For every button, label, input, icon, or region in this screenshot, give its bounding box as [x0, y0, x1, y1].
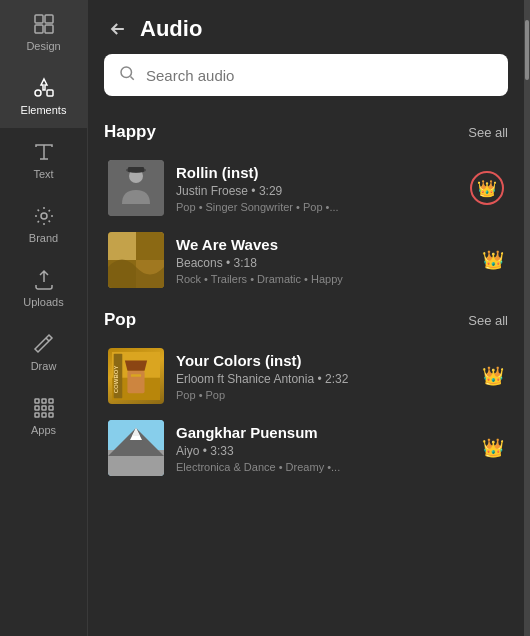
track-info-gangkhar: Gangkhar Puensum Aiyo • 3:33 Electronica…: [176, 424, 470, 473]
pop-section-header: Pop See all: [104, 310, 508, 330]
sidebar: Design Elements Text Brand: [0, 0, 88, 636]
audio-header: Audio: [88, 0, 524, 54]
track-thumb-cowboy: COWBOY: [108, 348, 164, 404]
track-thumb-mountain: [108, 420, 164, 476]
sidebar-item-label: Design: [26, 40, 60, 52]
happy-section-header: Happy See all: [104, 122, 508, 142]
svg-rect-13: [42, 406, 46, 410]
page-title: Audio: [140, 16, 202, 42]
scroll-area[interactable]: Happy See all Rollin (inst) Justin: [88, 108, 524, 636]
crown-badge: 👑: [482, 249, 504, 271]
text-icon: [32, 140, 56, 164]
svg-rect-9: [35, 399, 39, 403]
track-thumb-waves: [108, 232, 164, 288]
sidebar-item-draw[interactable]: Draw: [0, 320, 87, 384]
happy-see-all[interactable]: See all: [468, 125, 508, 140]
track-name: We Are Waves: [176, 236, 470, 253]
track-artist: Erloom ft Shanice Antonia • 2:32: [176, 372, 470, 386]
sidebar-item-text[interactable]: Text: [0, 128, 87, 192]
draw-icon: [32, 332, 56, 356]
track-artist: Justin Froese • 3:29: [176, 184, 458, 198]
sidebar-item-label: Text: [33, 168, 53, 180]
svg-rect-0: [35, 15, 43, 23]
svg-rect-30: [127, 371, 144, 393]
search-bar[interactable]: [104, 54, 508, 96]
track-name: Your Colors (inst): [176, 352, 470, 369]
crown-badge: 👑: [482, 437, 504, 459]
sidebar-item-label: Brand: [29, 232, 58, 244]
apps-icon: [32, 396, 56, 420]
svg-rect-22: [128, 167, 144, 172]
track-name: Rollin (inst): [176, 164, 458, 181]
track-artist: Beacons • 3:18: [176, 256, 470, 270]
pop-see-all[interactable]: See all: [468, 313, 508, 328]
sidebar-item-label: Apps: [31, 424, 56, 436]
uploads-icon: [32, 268, 56, 292]
scrollbar[interactable]: [524, 0, 530, 636]
sidebar-item-uploads[interactable]: Uploads: [0, 256, 87, 320]
svg-rect-12: [35, 406, 39, 410]
svg-rect-1: [45, 15, 53, 23]
sidebar-item-design[interactable]: Design: [0, 0, 87, 64]
svg-rect-14: [49, 406, 53, 410]
svg-rect-16: [42, 413, 46, 417]
track-thumb-rollin: [108, 160, 164, 216]
sidebar-item-label: Elements: [21, 104, 67, 116]
track-tags: Pop • Singer Songwriter • Pop •...: [176, 201, 458, 213]
happy-section-title: Happy: [104, 122, 156, 142]
back-button[interactable]: [108, 19, 128, 39]
main-panel: Audio Happy See all: [88, 0, 524, 636]
design-icon: [32, 12, 56, 36]
sidebar-item-label: Uploads: [23, 296, 63, 308]
sidebar-item-brand[interactable]: Brand: [0, 192, 87, 256]
brand-icon: [32, 204, 56, 228]
track-item-rollin[interactable]: Rollin (inst) Justin Froese • 3:29 Pop •…: [104, 152, 508, 224]
sidebar-item-elements[interactable]: Elements: [0, 64, 87, 128]
track-item-waves[interactable]: We Are Waves Beacons • 3:18 Rock • Trail…: [104, 224, 508, 296]
track-item-yourcolors[interactable]: COWBOY Your Colors (inst) Erloom ft Shan…: [104, 340, 508, 412]
track-info-rollin: Rollin (inst) Justin Froese • 3:29 Pop •…: [176, 164, 458, 213]
pop-section-title: Pop: [104, 310, 136, 330]
svg-rect-3: [45, 25, 53, 33]
track-artist: Aiyo • 3:33: [176, 444, 470, 458]
svg-rect-15: [35, 413, 39, 417]
scrollbar-thumb: [525, 20, 529, 80]
track-info-waves: We Are Waves Beacons • 3:18 Rock • Trail…: [176, 236, 470, 285]
crown-badge: 👑: [482, 365, 504, 387]
track-tags: Pop • Pop: [176, 389, 470, 401]
track-tags: Electronica & Dance • Dreamy •...: [176, 461, 470, 473]
track-tags: Rock • Trailers • Dramatic • Happy: [176, 273, 470, 285]
svg-rect-10: [42, 399, 46, 403]
crown-circled-badge: 👑: [470, 171, 504, 205]
svg-point-18: [121, 67, 132, 78]
svg-rect-5: [47, 90, 53, 96]
search-icon: [118, 64, 136, 86]
svg-rect-2: [35, 25, 43, 33]
search-input[interactable]: [146, 67, 494, 84]
svg-point-8: [41, 213, 47, 219]
sidebar-item-label: Draw: [31, 360, 57, 372]
svg-text:COWBOY: COWBOY: [113, 366, 119, 394]
sidebar-item-apps[interactable]: Apps: [0, 384, 87, 448]
track-item-gangkhar[interactable]: Gangkhar Puensum Aiyo • 3:33 Electronica…: [104, 412, 508, 484]
svg-rect-24: [108, 232, 136, 260]
track-name: Gangkhar Puensum: [176, 424, 470, 441]
elements-icon: [32, 76, 56, 100]
svg-rect-11: [49, 399, 53, 403]
track-info-yourcolors: Your Colors (inst) Erloom ft Shanice Ant…: [176, 352, 470, 401]
svg-point-4: [35, 90, 41, 96]
svg-rect-17: [49, 413, 53, 417]
svg-rect-31: [131, 374, 141, 377]
